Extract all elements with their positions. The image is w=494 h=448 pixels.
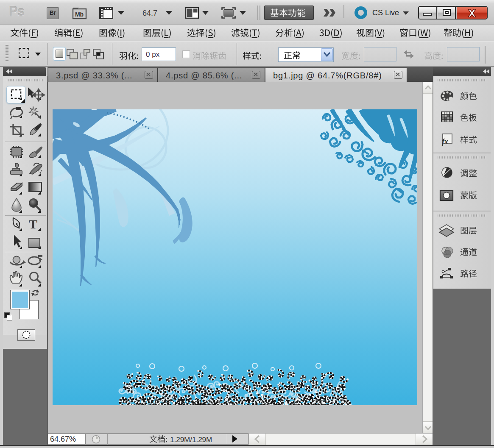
svg-text:1.29M/1.29M: 1.29M/1.29M [170, 436, 212, 444]
